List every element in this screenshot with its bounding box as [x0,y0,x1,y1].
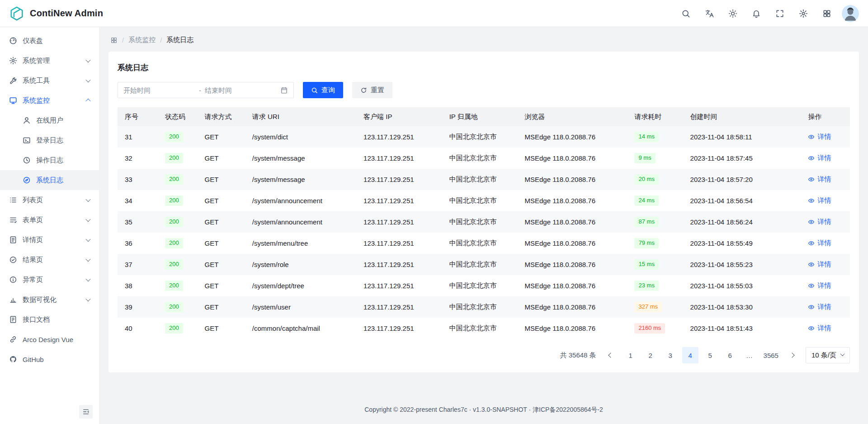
page-number-button[interactable]: 1 [623,347,639,363]
breadcrumb-home-icon[interactable] [110,37,118,44]
cell-duration: 24 ms [627,190,683,211]
settings-button[interactable] [795,5,812,22]
cell-method: GET [198,126,245,148]
table-body: 31 200 GET /system/dict 123.117.129.251 … [118,126,850,339]
cell-no: 40 [118,318,158,339]
notifications-button[interactable] [748,5,765,22]
chevron-down-icon [86,59,90,62]
sidebar-item-api-doc[interactable]: 接口文档 [0,310,99,329]
page-number-button[interactable]: 2 [642,347,659,363]
avatar[interactable] [842,5,859,22]
sidebar-item-online-users[interactable]: 在线用户 [0,110,99,130]
cell-duration: 9 ms [627,148,683,169]
cell-method: GET [198,169,245,190]
cell-client-ip: 123.117.129.251 [356,126,442,148]
logo[interactable]: ContiNew Admin [9,6,103,21]
column-header: 请求 URI [245,107,356,126]
pagination-total: 共 35648 条 [560,351,596,360]
next-page-button[interactable] [784,347,800,363]
page-number-button[interactable]: 6 [722,347,738,363]
duration-badge: 327 ms [634,302,662,312]
cell-duration: 23 ms [627,275,683,296]
sidebar-item-login-log[interactable]: 登录日志 [0,130,99,150]
cell-duration: 15 ms [627,254,683,275]
detail-link[interactable]: 详情 [808,260,831,269]
page-number-button[interactable]: 4 [682,347,698,363]
collapse-sidebar-button[interactable] [79,405,93,419]
duration-badge: 20 ms [634,174,658,185]
apps-grid-button[interactable] [818,5,835,22]
detail-link[interactable]: 详情 [808,196,831,205]
search-button[interactable]: 查询 [303,82,343,98]
start-time-input[interactable] [123,86,195,94]
app-title: ContiNew Admin [30,8,103,19]
detail-link[interactable]: 详情 [808,133,831,141]
sidebar-item-label: 表单页 [23,216,43,224]
range-separator: - [199,86,201,94]
search-button[interactable] [677,5,694,22]
sidebar-item-list-page[interactable]: 列表页 [0,190,99,210]
cell-uri: /system/message [245,169,356,190]
detail-link[interactable]: 详情 [808,281,831,290]
sidebar-item-arco-design-vue[interactable]: Arco Design Vue [0,329,99,349]
sidebar-item-exception-page[interactable]: 异常页 [0,270,99,290]
page-size-select[interactable]: 10 条/页 [806,347,850,363]
sidebar-item-system-tools[interactable]: 系统工具 [0,71,99,91]
cell-uri: /system/dept/tree [245,275,356,296]
breadcrumb-item-system-monitor[interactable]: 系统监控 [128,36,156,44]
cell-browser: MSEdge 118.0.2088.76 [517,148,627,169]
detail-link[interactable]: 详情 [808,154,831,162]
sidebar-item-data-visualization[interactable]: 数据可视化 [0,290,99,310]
sidebar-item-system-monitor[interactable]: 系统监控 [0,91,99,110]
cell-client-ip: 123.117.129.251 [356,233,442,254]
cell-uri: /common/captcha/mail [245,318,356,339]
sidebar-item-label: 异常页 [23,276,43,284]
cell-ip-location: 中国北京北京市 [442,254,518,275]
reset-button[interactable]: 重置 [352,82,392,98]
translate-button[interactable] [701,5,718,22]
sidebar-item-github[interactable]: GitHub [0,349,99,369]
sidebar-item-dashboard[interactable]: 仪表盘 [0,31,99,51]
status-badge: 200 [165,153,183,163]
detail-link[interactable]: 详情 [808,239,831,248]
breadcrumb-separator: / [160,36,162,44]
sidebar-item-system-log[interactable]: 系统日志 [0,170,99,190]
cell-created-time: 2023-11-04 18:51:43 [683,318,801,339]
translate-icon [705,9,714,18]
sidebar-item-label: 列表页 [23,196,43,205]
cell-method: GET [198,190,245,211]
page-number-button[interactable]: 3565 [762,347,780,363]
detail-link[interactable]: 详情 [808,324,831,333]
table-row: 33 200 GET /system/message 123.117.129.2… [118,169,850,190]
cell-duration: 87 ms [627,211,683,233]
cell-ip-location: 中国北京北京市 [442,318,518,339]
sidebar-item-detail-page[interactable]: 详情页 [0,230,99,250]
sidebar-item-system-management[interactable]: 系统管理 [0,51,99,71]
sidebar-item-operation-log[interactable]: 操作日志 [0,150,99,170]
detail-link-label: 详情 [817,218,831,226]
fullscreen-button[interactable] [771,5,788,22]
eye-icon [808,240,815,247]
header-actions [677,5,859,22]
cell-uri: /system/role [245,254,356,275]
cell-status: 200 [158,211,197,233]
prev-page-button[interactable] [603,347,619,363]
date-range-picker[interactable]: - [118,82,294,98]
cell-status: 200 [158,296,197,318]
detail-link[interactable]: 详情 [808,303,831,311]
detail-link[interactable]: 详情 [808,218,831,226]
filter-row: - 查询 [118,82,850,98]
status-badge: 200 [165,281,183,291]
sidebar-item-label: 接口文档 [23,315,50,324]
end-time-input[interactable] [205,86,277,94]
cell-client-ip: 123.117.129.251 [356,169,442,190]
page-number-button[interactable]: … [742,347,758,363]
page-number-button[interactable]: 3 [662,347,679,363]
sidebar-item-result-page[interactable]: 结果页 [0,250,99,270]
cell-status: 200 [158,318,197,339]
detail-link[interactable]: 详情 [808,175,831,184]
sidebar-item-form-page[interactable]: 表单页 [0,210,99,230]
theme-toggle-button[interactable] [724,5,741,22]
page-number-button[interactable]: 5 [702,347,718,363]
check-circle-icon [9,256,17,264]
